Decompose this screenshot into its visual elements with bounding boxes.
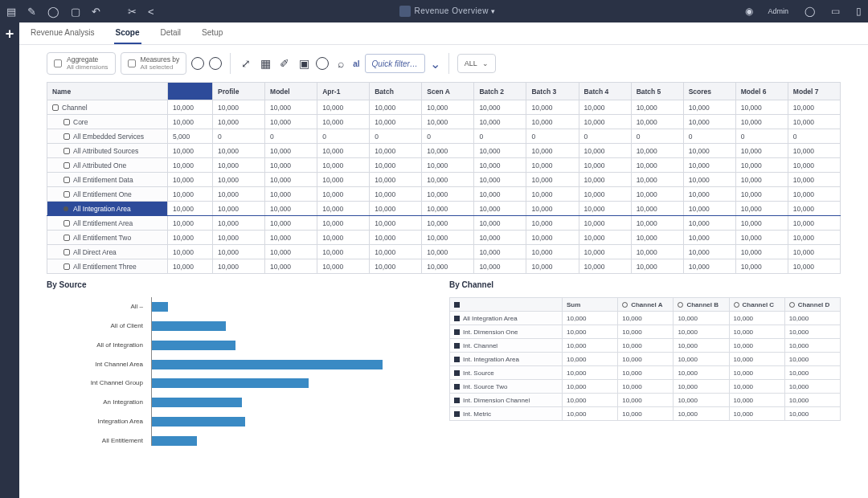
cell[interactable]: 0 [317, 129, 370, 144]
cell[interactable]: 0 [683, 129, 735, 144]
refresh-icon[interactable] [191, 57, 204, 70]
cell[interactable]: 10,000 [474, 187, 526, 202]
cell[interactable]: 10,000 [213, 202, 265, 216]
cell[interactable]: 10,000 [370, 216, 422, 231]
table-row[interactable]: All Attributed One10,00010,00010,00010,0… [47, 158, 841, 173]
table-row[interactable]: All Entitlement Area10,00010,00010,00010… [47, 216, 841, 231]
cell[interactable]: 10,000 [168, 187, 213, 202]
cell[interactable]: 10,000 [729, 394, 784, 407]
cell[interactable]: 10,000 [631, 100, 683, 115]
cell[interactable]: 10,000 [788, 158, 840, 173]
cell[interactable]: 10,000 [631, 231, 683, 245]
cell[interactable]: 10,000 [265, 187, 317, 202]
cell[interactable]: 10,000 [784, 366, 840, 380]
undo-icon[interactable]: ↶ [92, 6, 100, 18]
cell[interactable]: 10,000 [729, 325, 784, 339]
cell[interactable]: 10,000 [526, 144, 579, 158]
cell[interactable]: 10,000 [265, 245, 317, 259]
expand-icon[interactable]: ⤢ [239, 56, 253, 71]
sub-col-header[interactable]: Channel D [784, 298, 840, 312]
sub-col-header[interactable]: Channel B [674, 298, 729, 312]
cell[interactable]: 10,000 [735, 216, 788, 231]
cell[interactable]: 10,000 [735, 158, 788, 173]
cell[interactable]: 10,000 [168, 173, 213, 187]
cell[interactable]: 10,000 [317, 158, 370, 173]
table-row[interactable]: All Entitlement Data10,00010,00010,00010… [47, 173, 841, 187]
cell[interactable]: 10,000 [370, 187, 422, 202]
cell[interactable]: 10,000 [788, 100, 840, 115]
cell[interactable]: 10,000 [370, 231, 422, 245]
cell[interactable]: 10,000 [674, 325, 729, 339]
table-row[interactable]: All Integration Area10,00010,00010,00010… [450, 312, 841, 325]
cell[interactable]: 10,000 [213, 173, 265, 187]
cell[interactable]: 10,000 [265, 231, 317, 245]
scope-pill[interactable]: ALL⌄ [457, 54, 496, 73]
cell[interactable]: 10,000 [735, 231, 788, 245]
cell[interactable]: 10,000 [683, 173, 735, 187]
cell[interactable]: 10,000 [370, 173, 422, 187]
columns-icon[interactable]: ▦ [258, 56, 272, 71]
cell[interactable]: 10,000 [563, 407, 618, 421]
cell[interactable]: 10,000 [168, 100, 213, 115]
cell[interactable]: 5,000 [168, 129, 213, 144]
cell[interactable]: 10,000 [168, 202, 213, 216]
cell[interactable]: 10,000 [631, 158, 683, 173]
cell[interactable]: 10,000 [265, 202, 317, 216]
cell[interactable]: 10,000 [422, 216, 474, 231]
cell[interactable]: 10,000 [526, 231, 579, 245]
cell[interactable]: 10,000 [579, 100, 631, 115]
cell[interactable]: 10,000 [526, 158, 579, 173]
ring-icon[interactable] [316, 57, 329, 70]
cell[interactable]: 10,000 [422, 187, 474, 202]
col-header[interactable]: Batch [370, 83, 422, 100]
cut-icon[interactable]: ✂ [128, 6, 137, 18]
cell[interactable]: 10,000 [265, 115, 317, 129]
cell[interactable]: 10,000 [213, 187, 265, 202]
col-header[interactable]: Batch 2 [474, 83, 526, 100]
cell[interactable]: 10,000 [735, 100, 788, 115]
col-header[interactable]: Batch 4 [579, 83, 631, 100]
cell[interactable]: 10,000 [474, 173, 526, 187]
cell[interactable]: 10,000 [213, 245, 265, 259]
cell[interactable]: 10,000 [674, 312, 729, 325]
cell[interactable]: 10,000 [729, 353, 784, 366]
cell[interactable]: 10,000 [168, 158, 213, 173]
cell[interactable]: 10,000 [579, 158, 631, 173]
cell[interactable]: 10,000 [317, 259, 370, 274]
user-avatar-icon[interactable]: ◉ [745, 6, 753, 17]
col-header[interactable]: Model 6 [735, 83, 788, 100]
cell[interactable]: 10,000 [618, 339, 674, 353]
cell[interactable]: 10,000 [213, 115, 265, 129]
cell[interactable]: 0 [474, 129, 526, 144]
row-header[interactable]: All Attributed One [47, 158, 168, 173]
cell[interactable]: 10,000 [526, 259, 579, 274]
cell[interactable]: 10,000 [168, 231, 213, 245]
main-grid[interactable]: NameProfileModelApr-1BatchScen ABatch 2B… [47, 82, 841, 274]
cell[interactable]: 10,000 [674, 380, 729, 394]
col-header[interactable]: Scen A [422, 83, 474, 100]
cell[interactable]: 10,000 [317, 173, 370, 187]
table-row[interactable]: Int. Metric10,00010,00010,00010,00010,00… [450, 407, 841, 421]
cell[interactable]: 0 [579, 129, 631, 144]
cell[interactable]: 10,000 [735, 187, 788, 202]
cell[interactable]: 10,000 [563, 353, 618, 366]
row-header[interactable]: Int. Source [450, 366, 563, 380]
row-header[interactable]: All Entitlement Three [47, 259, 168, 274]
cell[interactable]: 10,000 [631, 187, 683, 202]
cell[interactable]: 10,000 [474, 158, 526, 173]
cell[interactable]: 10,000 [735, 245, 788, 259]
cell[interactable]: 10,000 [422, 245, 474, 259]
cell[interactable]: 10,000 [422, 259, 474, 274]
cell[interactable]: 10,000 [631, 144, 683, 158]
cell[interactable]: 10,000 [683, 115, 735, 129]
cell[interactable]: 10,000 [265, 100, 317, 115]
cell[interactable]: 10,000 [370, 202, 422, 216]
cell[interactable]: 10,000 [474, 216, 526, 231]
cell[interactable]: 10,000 [370, 144, 422, 158]
cell[interactable]: 10,000 [168, 245, 213, 259]
cell[interactable]: 10,000 [474, 245, 526, 259]
cell[interactable]: 10,000 [563, 312, 618, 325]
table-row[interactable]: Int. Integration Area10,00010,00010,0001… [450, 353, 841, 366]
cell[interactable]: 10,000 [618, 325, 674, 339]
menu-icon[interactable]: ▤ [6, 6, 16, 18]
